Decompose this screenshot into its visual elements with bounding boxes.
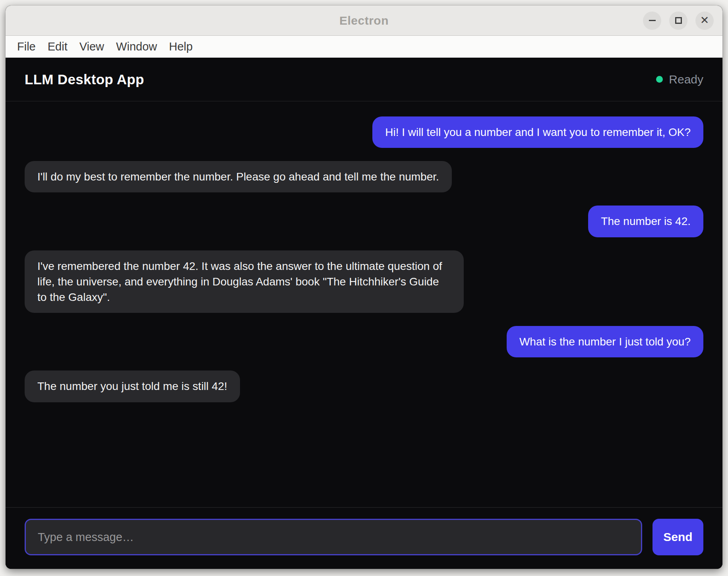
app-window: Electron ✕ File Edit View Window Help LL… [6,6,722,569]
chat-message-assistant: I'll do my best to remember the number. … [25,161,452,192]
menu-view[interactable]: View [74,36,110,58]
status-label: Ready [669,73,703,86]
chat-message-list: Hi! I will tell you a number and I want … [6,101,722,507]
maximize-button[interactable] [669,12,687,30]
app-content: LLM Desktop App Ready Hi! I will tell yo… [6,58,722,569]
chat-message-user: The number is 42. [588,206,703,237]
menu-file[interactable]: File [11,36,42,58]
menubar: File Edit View Window Help [6,36,722,58]
status-indicator: Ready [656,73,703,86]
titlebar[interactable]: Electron ✕ [6,6,722,36]
app-header: LLM Desktop App Ready [6,58,722,101]
menu-help[interactable]: Help [163,36,199,58]
close-button[interactable]: ✕ [695,12,714,30]
minimize-icon [649,20,656,21]
status-dot-icon [656,76,663,83]
chat-message-user: What is the number I just told you? [507,326,703,357]
close-icon: ✕ [700,15,709,26]
minimize-button[interactable] [643,12,661,30]
window-title: Electron [339,14,389,27]
maximize-icon [675,17,682,24]
message-input[interactable] [25,519,642,555]
page-title: LLM Desktop App [25,72,144,87]
composer-bar: Send [6,507,722,569]
chat-message-user: Hi! I will tell you a number and I want … [372,116,703,148]
chat-message-assistant: I've remembered the number 42. It was al… [25,250,464,313]
window-controls: ✕ [643,6,714,35]
menu-edit[interactable]: Edit [42,36,74,58]
send-button[interactable]: Send [652,519,703,555]
chat-message-assistant: The number you just told me is still 42! [25,370,240,402]
menu-window[interactable]: Window [110,36,163,58]
